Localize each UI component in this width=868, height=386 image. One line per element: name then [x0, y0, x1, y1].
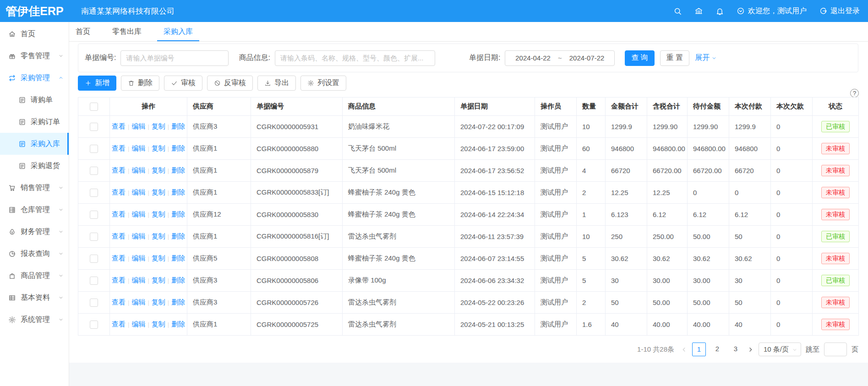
row-checkbox[interactable]: [90, 255, 98, 263]
action-link-edit[interactable]: 编辑: [131, 122, 145, 130]
unaudit-button[interactable]: 反审核: [207, 76, 253, 91]
action-link-delete[interactable]: 删除: [171, 298, 185, 306]
action-link-delete[interactable]: 删除: [171, 210, 185, 218]
action-link-view[interactable]: 查看: [112, 320, 126, 328]
action-link-delete[interactable]: 删除: [171, 320, 185, 328]
action-link-copy[interactable]: 复制: [152, 210, 165, 218]
action-link-delete[interactable]: 删除: [171, 144, 185, 152]
page-2-button[interactable]: 2: [710, 343, 724, 356]
sidebar-item-home[interactable]: 首页: [0, 23, 69, 45]
action-link-copy[interactable]: 复制: [152, 276, 165, 284]
action-link-copy[interactable]: 复制: [152, 122, 165, 130]
action-link-delete[interactable]: 删除: [171, 166, 185, 174]
welcome-user[interactable]: 欢迎您，测试用户: [737, 6, 807, 16]
search-button[interactable]: 查 询: [625, 50, 654, 66]
amount-cell: 66720: [606, 160, 647, 182]
action-link-delete[interactable]: 删除: [171, 232, 185, 240]
row-checkbox[interactable]: [90, 189, 98, 197]
tab-home[interactable]: 首页: [69, 22, 97, 41]
sidebar-item-report-query[interactable]: 报表查询: [0, 243, 69, 265]
audit-button[interactable]: 审核: [164, 76, 202, 91]
doc-no-input[interactable]: [120, 50, 229, 66]
delete-button[interactable]: 删除: [121, 76, 159, 91]
action-link-view[interactable]: 查看: [112, 298, 126, 306]
action-link-view[interactable]: 查看: [112, 166, 126, 174]
row-checkbox[interactable]: [90, 233, 98, 241]
date-cell: 2024-06-07 23:14:55: [455, 248, 535, 270]
prev-page-button[interactable]: [681, 346, 688, 353]
home-icon: [8, 30, 16, 38]
sidebar-item-system-mgmt[interactable]: 系统管理: [0, 309, 69, 331]
action-link-copy[interactable]: 复制: [152, 232, 165, 240]
sidebar-item-basic-data[interactable]: 基本资料: [0, 287, 69, 309]
help-icon[interactable]: ?: [850, 89, 859, 98]
action-link-edit[interactable]: 编辑: [131, 276, 145, 284]
sidebar-item-warehouse-mgmt[interactable]: 仓库管理: [0, 199, 69, 221]
expand-toggle[interactable]: 展开: [695, 53, 717, 63]
add-button[interactable]: 新增: [78, 76, 116, 91]
action-link-view[interactable]: 查看: [112, 210, 126, 218]
date-range-picker[interactable]: 2024-04-22 ~ 2024-07-22: [505, 50, 615, 66]
action-link-copy[interactable]: 复制: [152, 166, 165, 174]
sidebar-item-purchase-request[interactable]: 请购单: [0, 89, 69, 111]
column-settings-button[interactable]: 列设置: [300, 76, 346, 91]
action-link-edit[interactable]: 编辑: [131, 210, 145, 218]
app-root: 管伊佳ERP 南通某某网络科技有限公司 欢迎您，测试用户 退出登录 首页零售管理…: [0, 0, 868, 386]
row-checkbox[interactable]: [90, 167, 98, 175]
action-link-view[interactable]: 查看: [112, 276, 126, 284]
date-end-value[interactable]: 2024-07-22: [569, 54, 605, 62]
select-all-checkbox[interactable]: [90, 103, 98, 111]
page-1-button[interactable]: 1: [692, 343, 706, 356]
row-checkbox[interactable]: [90, 321, 98, 329]
sidebar-item-sales-mgmt[interactable]: 销售管理: [0, 177, 69, 199]
sidebar-item-finance-mgmt[interactable]: 财务管理: [0, 221, 69, 243]
sidebar-item-purchase-inbound[interactable]: 采购入库: [0, 133, 69, 155]
product-info-input[interactable]: [275, 50, 435, 66]
search-icon[interactable]: [673, 7, 682, 16]
action-link-edit[interactable]: 编辑: [131, 232, 145, 240]
action-link-view[interactable]: 查看: [112, 188, 126, 196]
action-link-copy[interactable]: 复制: [152, 298, 165, 306]
action-link-edit[interactable]: 编辑: [131, 254, 145, 262]
row-checkbox[interactable]: [90, 145, 98, 153]
action-link-edit[interactable]: 编辑: [131, 320, 145, 328]
jump-page-input[interactable]: [824, 343, 847, 356]
row-checkbox[interactable]: [90, 277, 98, 285]
row-checkbox[interactable]: [90, 299, 98, 307]
action-link-copy[interactable]: 复制: [152, 144, 165, 152]
next-page-button[interactable]: [747, 346, 754, 353]
institution-icon[interactable]: [694, 7, 703, 16]
action-link-view[interactable]: 查看: [112, 122, 126, 130]
sidebar-item-purchase-order[interactable]: 采购订单: [0, 111, 69, 133]
action-link-view[interactable]: 查看: [112, 232, 126, 240]
page-size-select[interactable]: 10 条/页: [759, 343, 801, 356]
action-link-copy[interactable]: 复制: [152, 188, 165, 196]
doc-no-cell: CGRK00000005880: [251, 138, 343, 160]
reset-button[interactable]: 重 置: [660, 50, 689, 66]
logout-button[interactable]: 退出登录: [819, 6, 860, 16]
notification-icon[interactable]: [715, 7, 724, 16]
tab-retail-outbound[interactable]: 零售出库: [106, 22, 148, 41]
action-link-delete[interactable]: 删除: [171, 254, 185, 262]
export-button[interactable]: 导出: [257, 76, 296, 91]
sidebar-item-purchase-return[interactable]: 采购退货: [0, 155, 69, 177]
action-link-copy[interactable]: 复制: [152, 254, 165, 262]
row-checkbox[interactable]: [90, 211, 98, 219]
action-link-view[interactable]: 查看: [112, 254, 126, 262]
date-start-value[interactable]: 2024-04-22: [515, 54, 551, 62]
sidebar-item-goods-mgmt[interactable]: 商品管理: [0, 265, 69, 287]
action-link-delete[interactable]: 删除: [171, 276, 185, 284]
action-link-edit[interactable]: 编辑: [131, 188, 145, 196]
sidebar-item-retail-mgmt[interactable]: 零售管理: [0, 45, 69, 67]
page-3-button[interactable]: 3: [729, 343, 742, 356]
action-link-view[interactable]: 查看: [112, 144, 126, 152]
action-link-edit[interactable]: 编辑: [131, 144, 145, 152]
action-link-copy[interactable]: 复制: [152, 320, 165, 328]
action-link-delete[interactable]: 删除: [171, 122, 185, 130]
tab-purchase-inbound[interactable]: 采购入库: [157, 22, 199, 41]
action-link-delete[interactable]: 删除: [171, 188, 185, 196]
sidebar-item-purchase-mgmt[interactable]: 采购管理: [0, 67, 69, 89]
action-link-edit[interactable]: 编辑: [131, 298, 145, 306]
row-checkbox[interactable]: [90, 123, 98, 131]
action-link-edit[interactable]: 编辑: [131, 166, 145, 174]
